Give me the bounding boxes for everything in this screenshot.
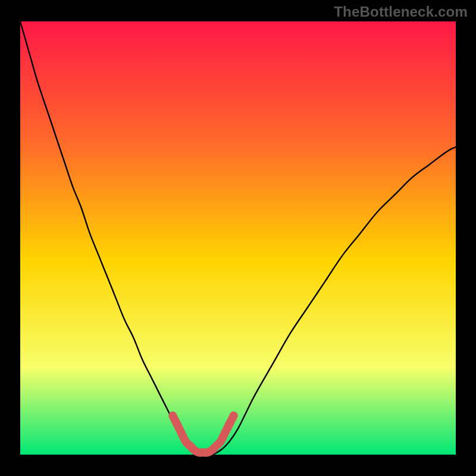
chart-stage: TheBottleneck.com bbox=[0, 0, 476, 476]
plot-area bbox=[20, 21, 456, 455]
chart-svg bbox=[0, 0, 476, 476]
watermark-text: TheBottleneck.com bbox=[334, 4, 468, 20]
